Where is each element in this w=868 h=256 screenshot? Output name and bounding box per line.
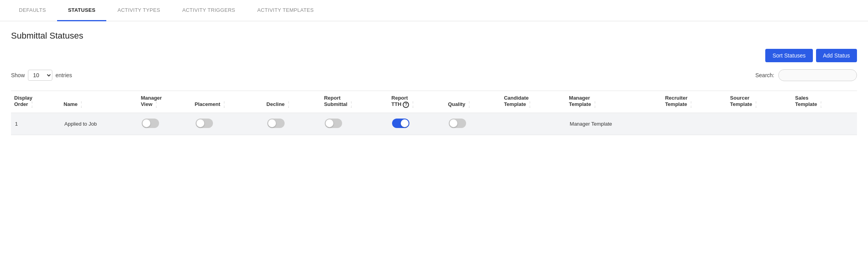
- sort-icon-name[interactable]: ↑↓: [81, 101, 83, 109]
- th-placement[interactable]: Placement ↑↓: [192, 91, 263, 113]
- sort-icon-decline[interactable]: ↑↓: [288, 101, 290, 109]
- cell-report-submittal: [321, 113, 388, 135]
- tab-activity-templates[interactable]: ACTIVITY TEMPLATES: [246, 0, 325, 21]
- cell-sourcer-template: [727, 113, 792, 135]
- th-decline[interactable]: Decline ↑↓: [263, 91, 321, 113]
- show-label: Show: [11, 72, 25, 78]
- cell-display-order: 1: [11, 113, 61, 135]
- th-placement-label: Placement: [195, 101, 220, 107]
- sort-icon-quality[interactable]: ↑↓: [468, 101, 470, 109]
- help-icon-tth[interactable]: ?: [403, 102, 409, 108]
- tab-activity-triggers[interactable]: ACTIVITY TRIGGERS: [171, 0, 246, 21]
- th-display-order[interactable]: DisplayOrder ↑↓: [11, 91, 61, 113]
- entries-label: entries: [56, 72, 72, 78]
- main-content: Submittal Statuses Sort Statuses Add Sta…: [0, 21, 868, 145]
- show-entries-container: Show 10 25 50 100 entries: [11, 70, 72, 81]
- statuses-table: DisplayOrder ↑↓ Name ↑↓ ManagerView ↑↓ P…: [11, 91, 857, 135]
- toggle-manager-view-knob: [143, 119, 150, 127]
- toggle-quality[interactable]: [449, 119, 466, 128]
- search-container: Search:: [755, 69, 857, 81]
- table-header-row: DisplayOrder ↑↓ Name ↑↓ ManagerView ↑↓ P…: [11, 91, 857, 113]
- th-candidate-template[interactable]: CandidateTemplate ↑↓: [501, 91, 566, 113]
- search-label: Search:: [755, 72, 774, 78]
- sort-icon-sales-template[interactable]: ↑↓: [820, 101, 822, 109]
- toggle-manager-view-track: [142, 119, 159, 128]
- cell-decline: [263, 113, 321, 135]
- th-manager-view-label: ManagerView: [141, 95, 162, 107]
- toggle-report-submittal[interactable]: [325, 119, 342, 128]
- th-sourcer-template[interactable]: SourcerTemplate ↑↓: [727, 91, 792, 113]
- toggle-report-tth-knob: [401, 119, 409, 127]
- toggle-report-tth-track: [392, 119, 409, 128]
- th-candidate-template-label: CandidateTemplate: [504, 95, 529, 107]
- page-title: Submittal Statuses: [11, 31, 857, 41]
- sort-statuses-button[interactable]: Sort Statuses: [765, 49, 812, 62]
- add-status-button[interactable]: Add Status: [816, 49, 857, 62]
- sort-icon-report-tth[interactable]: ↑↓: [412, 101, 414, 109]
- toggle-decline-knob: [268, 119, 276, 127]
- th-sales-template-label: SalesTemplate: [795, 95, 817, 107]
- th-manager-view[interactable]: ManagerView ↑↓: [138, 91, 192, 113]
- toggle-quality-knob: [450, 119, 457, 127]
- th-name[interactable]: Name ↑↓: [61, 91, 138, 113]
- nav-tabs: DEFAULTS STATUSES ACTIVITY TYPES ACTIVIT…: [0, 0, 868, 21]
- search-input[interactable]: [778, 69, 857, 81]
- cell-recruiter-template: [662, 113, 727, 135]
- toolbar: Sort Statuses Add Status: [11, 49, 857, 62]
- table-row: 1 Applied to Job: [11, 113, 857, 135]
- toggle-placement-knob: [196, 119, 204, 127]
- cell-quality: [445, 113, 501, 135]
- toggle-report-submittal-knob: [326, 119, 333, 127]
- toggle-quality-track: [449, 119, 466, 128]
- th-recruiter-template-label: RecruiterTemplate: [665, 95, 687, 107]
- sort-icon-manager-template[interactable]: ↑↓: [594, 101, 596, 109]
- sort-icon-display-order[interactable]: ↑↓: [31, 101, 33, 109]
- sort-icon-sourcer-template[interactable]: ↑↓: [755, 101, 757, 109]
- entries-select[interactable]: 10 25 50 100: [28, 70, 52, 81]
- tab-defaults[interactable]: DEFAULTS: [8, 0, 57, 21]
- th-manager-template[interactable]: ManagerTemplate ↑↓: [566, 91, 662, 113]
- cell-placement: [192, 113, 263, 135]
- controls-row: Show 10 25 50 100 entries Search:: [11, 69, 857, 81]
- cell-report-tth: [388, 113, 445, 135]
- sort-icon-manager-view[interactable]: ↑↓: [155, 101, 157, 109]
- sort-icon-candidate-template[interactable]: ↑↓: [529, 101, 531, 109]
- toggle-placement[interactable]: [196, 119, 213, 128]
- th-display-order-label: DisplayOrder: [14, 95, 32, 107]
- toggle-decline-track: [267, 119, 285, 128]
- sort-icon-report-submittal[interactable]: ↑↓: [350, 101, 352, 109]
- th-name-label: Name: [64, 101, 78, 107]
- toggle-report-submittal-track: [325, 119, 342, 128]
- cell-sales-template: [792, 113, 857, 135]
- th-quality[interactable]: Quality ↑↓: [445, 91, 501, 113]
- th-quality-label: Quality: [448, 101, 465, 107]
- toggle-placement-track: [196, 119, 213, 128]
- tab-statuses[interactable]: STATUSES: [57, 0, 107, 21]
- toggle-manager-view[interactable]: [142, 119, 159, 128]
- toggle-report-tth[interactable]: [392, 119, 409, 128]
- cell-name: Applied to Job: [61, 113, 138, 135]
- toggle-decline[interactable]: [267, 119, 285, 128]
- th-sales-template[interactable]: SalesTemplate ↑↓: [792, 91, 857, 113]
- cell-manager-template: Manager Template: [566, 113, 662, 135]
- cell-candidate-template: [501, 113, 566, 135]
- sort-icon-placement[interactable]: ↑↓: [223, 101, 225, 109]
- th-report-submittal-label: ReportSubmittal: [324, 95, 347, 107]
- cell-manager-view: [138, 113, 192, 135]
- th-manager-template-label: ManagerTemplate: [569, 95, 591, 107]
- th-decline-label: Decline: [267, 101, 285, 107]
- tab-activity-types[interactable]: ACTIVITY TYPES: [106, 0, 171, 21]
- th-report-submittal[interactable]: ReportSubmittal ↑↓: [321, 91, 388, 113]
- th-sourcer-template-label: SourcerTemplate: [730, 95, 752, 107]
- th-report-tth[interactable]: ReportTTH ? ↑↓: [388, 91, 445, 113]
- sort-icon-recruiter-template[interactable]: ↑↓: [690, 101, 692, 109]
- th-recruiter-template[interactable]: RecruiterTemplate ↑↓: [662, 91, 727, 113]
